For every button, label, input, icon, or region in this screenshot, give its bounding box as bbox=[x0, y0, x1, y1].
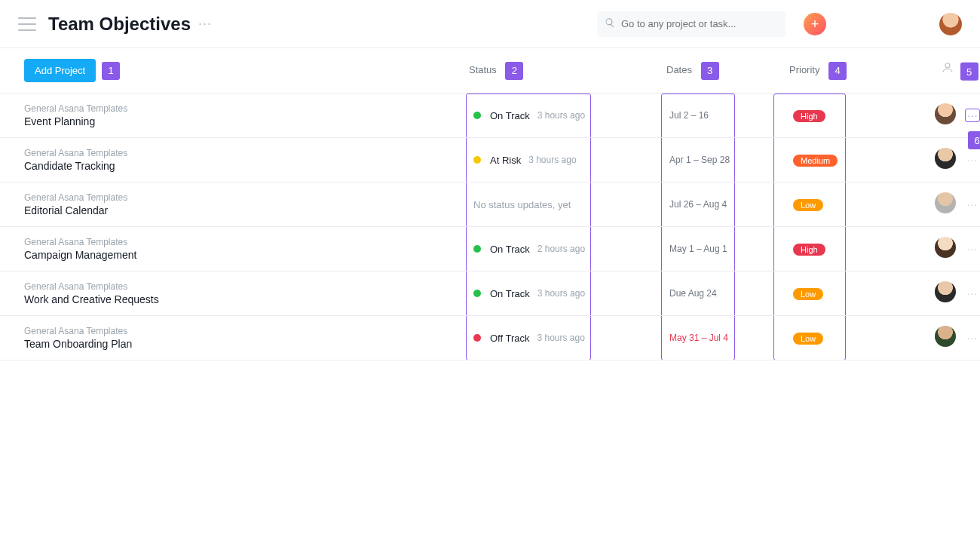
status-timestamp: 3 hours ago bbox=[537, 288, 585, 299]
owner-avatar[interactable] bbox=[935, 103, 956, 124]
project-cell: General Asana TemplatesEditorial Calenda… bbox=[24, 192, 446, 216]
priority-cell[interactable]: Low bbox=[793, 331, 853, 345]
priority-pill: High bbox=[793, 110, 825, 122]
priority-pill: Medium bbox=[793, 155, 838, 167]
annotation-3: 3 bbox=[701, 62, 719, 80]
dates-cell[interactable]: May 1 – Aug 1 bbox=[669, 244, 760, 254]
priority-cell[interactable]: Low bbox=[793, 287, 853, 300]
column-header-owner[interactable]: 5 bbox=[941, 60, 978, 81]
column-header-bar: Add Project 1 Status 2 Dates 3 Priority … bbox=[0, 48, 980, 94]
current-user-avatar[interactable] bbox=[939, 13, 962, 35]
row-more-icon[interactable]: ··· bbox=[965, 198, 980, 210]
project-cell: General Asana TemplatesTeam Onboarding P… bbox=[24, 326, 446, 350]
row-actions: ··· bbox=[965, 109, 980, 122]
row-more-icon[interactable]: ··· bbox=[965, 287, 980, 299]
add-project-button[interactable]: Add Project bbox=[24, 59, 96, 82]
project-row[interactable]: General Asana TemplatesEditorial Calenda… bbox=[0, 182, 980, 227]
project-name[interactable]: Team Onboarding Plan bbox=[24, 338, 446, 350]
project-team-label: General Asana Templates bbox=[24, 192, 446, 203]
priority-pill: Low bbox=[793, 288, 823, 300]
owner-cell[interactable] bbox=[935, 103, 956, 127]
status-cell[interactable]: No status updates, yet bbox=[473, 199, 647, 210]
status-cell[interactable]: On Track3 hours ago bbox=[473, 288, 647, 299]
status-timestamp: 3 hours ago bbox=[537, 110, 585, 121]
column-header-dates[interactable]: Dates 3 bbox=[666, 62, 719, 80]
priority-cell[interactable]: High bbox=[793, 109, 853, 122]
status-timestamp: 3 hours ago bbox=[537, 333, 585, 343]
owner-cell[interactable] bbox=[935, 281, 956, 305]
owner-cell[interactable] bbox=[935, 326, 956, 350]
page-title: Team Objectives bbox=[48, 14, 191, 35]
project-name[interactable]: Campaign Management bbox=[24, 249, 446, 261]
status-cell[interactable]: On Track2 hours ago bbox=[473, 244, 647, 255]
owner-avatar[interactable] bbox=[935, 148, 956, 169]
project-cell: General Asana TemplatesCandidate Trackin… bbox=[24, 148, 446, 172]
global-add-button[interactable]: + bbox=[804, 13, 826, 35]
plus-icon: + bbox=[811, 17, 819, 31]
owner-cell[interactable] bbox=[935, 148, 956, 172]
priority-pill: Low bbox=[793, 199, 823, 211]
person-icon bbox=[941, 65, 957, 76]
status-dot-icon bbox=[473, 112, 481, 119]
dates-cell[interactable]: Jul 26 – Aug 4 bbox=[669, 199, 760, 210]
status-dot-icon bbox=[473, 245, 481, 253]
project-team-label: General Asana Templates bbox=[24, 326, 446, 336]
priority-pill: Low bbox=[793, 333, 823, 345]
column-header-priority[interactable]: Priority 4 bbox=[789, 62, 847, 80]
status-cell[interactable]: Off Track3 hours ago bbox=[473, 333, 647, 344]
status-dot-icon bbox=[473, 156, 481, 164]
project-row[interactable]: General Asana TemplatesEvent PlanningOn … bbox=[0, 94, 980, 138]
project-row[interactable]: General Asana TemplatesCampaign Manageme… bbox=[0, 227, 980, 271]
status-dot-icon bbox=[473, 334, 481, 342]
owner-avatar[interactable] bbox=[935, 237, 956, 258]
project-row[interactable]: General Asana TemplatesTeam Onboarding P… bbox=[0, 316, 980, 360]
status-label: Off Track bbox=[490, 333, 530, 344]
page-title-more-icon[interactable]: ··· bbox=[198, 16, 212, 32]
project-name[interactable]: Editorial Calendar bbox=[24, 204, 446, 216]
project-name[interactable]: Work and Creative Requests bbox=[24, 293, 446, 305]
topbar: Team Objectives ··· + bbox=[0, 0, 980, 48]
row-more-icon[interactable]: ··· bbox=[965, 332, 980, 344]
dates-cell[interactable]: May 31 – Jul 4 bbox=[669, 333, 760, 343]
annotation-5: 5 bbox=[960, 63, 978, 81]
owner-cell[interactable] bbox=[935, 237, 956, 261]
row-actions: ··· bbox=[965, 198, 980, 210]
status-label: On Track bbox=[490, 288, 530, 299]
row-actions: ··· bbox=[965, 154, 980, 166]
row-actions: ··· bbox=[965, 287, 980, 299]
owner-avatar[interactable] bbox=[935, 192, 956, 213]
dates-cell[interactable]: Due Aug 24 bbox=[669, 288, 760, 299]
status-label: On Track bbox=[490, 244, 530, 255]
priority-cell[interactable]: High bbox=[793, 242, 853, 256]
project-cell: General Asana TemplatesEvent Planning bbox=[24, 103, 446, 127]
priority-cell[interactable]: Low bbox=[793, 198, 853, 211]
annotation-1: 1 bbox=[102, 62, 120, 80]
project-name[interactable]: Event Planning bbox=[24, 115, 446, 127]
project-row[interactable]: General Asana TemplatesCandidate Trackin… bbox=[0, 138, 980, 182]
status-cell[interactable]: On Track3 hours ago bbox=[473, 110, 647, 121]
owner-avatar[interactable] bbox=[935, 326, 956, 347]
dates-cell[interactable]: Apr 1 – Sep 28 bbox=[669, 155, 760, 165]
project-name[interactable]: Candidate Tracking bbox=[24, 160, 446, 172]
column-header-dates-label: Dates bbox=[666, 64, 692, 75]
row-more-icon[interactable]: ··· bbox=[965, 109, 980, 122]
project-row[interactable]: General Asana TemplatesWork and Creative… bbox=[0, 271, 980, 316]
dates-cell[interactable]: Jul 2 – 16 bbox=[669, 110, 760, 121]
row-more-icon[interactable]: ··· bbox=[965, 243, 980, 255]
project-team-label: General Asana Templates bbox=[24, 103, 446, 114]
project-team-label: General Asana Templates bbox=[24, 281, 446, 292]
priority-cell[interactable]: Medium bbox=[793, 153, 853, 167]
status-label: No status updates, yet bbox=[473, 199, 571, 210]
status-cell[interactable]: At Risk3 hours ago bbox=[473, 155, 647, 166]
search-input[interactable] bbox=[621, 18, 778, 29]
status-timestamp: 2 hours ago bbox=[537, 244, 585, 254]
owner-avatar[interactable] bbox=[935, 281, 956, 302]
global-search[interactable] bbox=[597, 11, 786, 37]
hamburger-menu-icon[interactable] bbox=[18, 17, 36, 31]
row-more-icon[interactable]: ··· bbox=[965, 154, 980, 166]
owner-cell[interactable] bbox=[935, 192, 956, 216]
annotation-4: 4 bbox=[828, 62, 847, 80]
status-label: On Track bbox=[490, 110, 530, 121]
status-dot-icon bbox=[473, 290, 481, 297]
column-header-status[interactable]: Status 2 bbox=[469, 62, 523, 80]
